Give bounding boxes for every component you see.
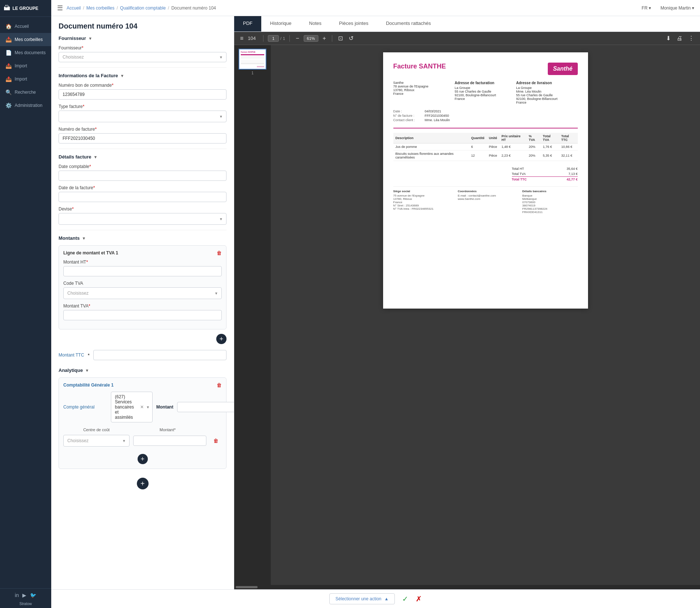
- montants-section-header[interactable]: Montants ▼: [59, 235, 227, 241]
- linkedin-icon[interactable]: in: [15, 592, 19, 598]
- add-analytique-wrapper: +: [59, 473, 227, 489]
- pdf-scrollbar-thumb[interactable]: [236, 586, 258, 588]
- add-analytique-button[interactable]: +: [137, 478, 149, 489]
- user-menu[interactable]: Monique Martin ▾: [660, 5, 694, 11]
- invoice-meta-left: Date : 04/03/2021 N° de facture : FFF202…: [393, 109, 450, 123]
- centre-cout-dropdown[interactable]: Choisissez: [63, 435, 130, 447]
- siege-addr3: France: [393, 201, 449, 204]
- sidebar-item-import2[interactable]: 📤 Import: [0, 72, 51, 86]
- add-centre-cout-button[interactable]: +: [138, 454, 148, 464]
- code-tva-select[interactable]: Choisissez: [63, 287, 222, 299]
- invoice-meta-num: N° de facture : FFF2021030450: [393, 114, 450, 118]
- type-facture-select[interactable]: [59, 111, 227, 122]
- siege-addr2: 13780, Riboux: [393, 197, 449, 201]
- sidebar-item-administration[interactable]: ⚙️ Administration: [0, 99, 51, 112]
- bank-compte: 38074019: [522, 204, 577, 207]
- sidebar-item-documents[interactable]: 📄 Mes documents: [0, 46, 51, 59]
- analytique-section-header[interactable]: Analytique ▼: [59, 368, 227, 373]
- invoice-totals-box: Total HT 35,64 € Total TVA 7,13 € Total …: [512, 166, 578, 182]
- col-prix-ht: Prix unitaire HT: [499, 133, 527, 143]
- analytique-block-1: Comptabilité Générale 1 🗑 Compte général…: [59, 377, 227, 469]
- sidebar-item-recherche[interactable]: 🔍 Recherche: [0, 86, 51, 99]
- bon-commande-input[interactable]: [59, 89, 227, 100]
- compte-general-label: Compte général: [63, 404, 107, 410]
- cancel-button[interactable]: ✗: [416, 594, 422, 603]
- invoice-title: Facture SANTHE: [393, 63, 446, 70]
- pdf-fit-button[interactable]: ⊡: [337, 34, 344, 42]
- bon-commande-label: Numéro bon de commande*: [59, 83, 227, 88]
- sidebar-logo[interactable]: 🏔 LE GROUPE: [0, 0, 51, 17]
- centre-cout-amount-input[interactable]: [133, 436, 206, 446]
- num-facture-input[interactable]: [59, 133, 227, 143]
- centre-cout-delete-icon[interactable]: 🗑: [210, 438, 222, 444]
- analytique-delete-icon[interactable]: 🗑: [217, 382, 222, 388]
- type-facture-wrapper: [59, 111, 227, 122]
- add-montant-button[interactable]: +: [216, 334, 227, 344]
- pdf-thumbnail-1[interactable]: Facture SANTHE: [239, 49, 266, 75]
- sidebar-item-corbeilles[interactable]: 📥 Mes corbeilles: [0, 33, 51, 46]
- sidebar-label-accueil: Accueil: [15, 24, 29, 29]
- montant-ht-input[interactable]: [63, 266, 222, 276]
- hamburger-icon[interactable]: ☰: [57, 4, 63, 12]
- invoice-from: Santhe 78 avenue de l'Espagne 13780, Rib…: [393, 81, 455, 104]
- pdf-print-button[interactable]: 🖨: [675, 34, 684, 42]
- montant-col-header: Montant*: [131, 428, 204, 432]
- breadcrumb-accueil[interactable]: Accueil: [67, 5, 81, 11]
- sidebar-item-accueil[interactable]: 🏠 Accueil: [0, 20, 51, 33]
- pdf-download-button[interactable]: ⬇: [665, 34, 672, 42]
- pdf-rotate-button[interactable]: ↺: [347, 34, 355, 42]
- date-comptable-input[interactable]: [59, 171, 227, 181]
- tab-documents-rattaches[interactable]: Documents rattachés: [377, 16, 440, 31]
- invoice-meta: Date : 04/03/2021 N° de facture : FFF202…: [393, 109, 578, 123]
- siege-title: Siège social: [393, 190, 449, 193]
- language-selector[interactable]: FR ▾: [642, 5, 651, 11]
- invoice-footer-siege: Siège social 75 avenue de l'Espagne 1378…: [393, 190, 449, 214]
- montant-col-label: Montant: [156, 404, 173, 410]
- youtube-icon[interactable]: ▶: [22, 592, 26, 598]
- invoice-date-val: 04/03/2021: [425, 109, 441, 113]
- tab-pieces-jointes[interactable]: Pièces jointes: [330, 16, 377, 31]
- search-icon: 🔍: [5, 89, 12, 95]
- compte-general-clear-icon[interactable]: ✕: [140, 404, 144, 410]
- fournisseur-section-header[interactable]: Fournisseur ▼: [59, 36, 227, 41]
- pdf-page-input[interactable]: [268, 35, 279, 42]
- row2-desc: Biscuits suisses florentins aux amandes …: [393, 150, 469, 161]
- details-section-header[interactable]: Détails facture ▼: [59, 154, 227, 160]
- montant-ht-label: Montant HT*: [63, 260, 222, 265]
- facture-section-header[interactable]: Informations de la Facture ▼: [59, 73, 227, 78]
- invoice-bill-to-addr2: 92100, Boulogne-Billancourt: [455, 93, 516, 97]
- breadcrumb-qualification[interactable]: Qualification comptable: [120, 5, 166, 11]
- pdf-zoom-out-button[interactable]: −: [294, 34, 300, 42]
- invoice-bill-to-name: La Groupe: [455, 86, 516, 90]
- twitter-icon[interactable]: 🐦: [30, 592, 36, 598]
- tab-notes[interactable]: Notes: [300, 16, 330, 31]
- siege-addr1: 75 avenue de l'Espagne: [393, 194, 449, 197]
- montant-analytique-input[interactable]: [177, 402, 234, 412]
- invoice-logo: Santhé: [548, 63, 577, 75]
- montant-delete-icon[interactable]: 🗑: [217, 250, 222, 256]
- pdf-scrollbar-x[interactable]: [234, 585, 700, 589]
- date-facture-input[interactable]: [59, 192, 227, 202]
- select-action-button[interactable]: Sélectionner une action ▲: [329, 593, 395, 604]
- fournisseur-select[interactable]: Choisissez: [59, 52, 227, 62]
- invoice-bill-to-country: France: [455, 97, 516, 101]
- breadcrumb-corbeilles[interactable]: Mes corbeilles: [86, 5, 115, 11]
- pdf-thumb-page1[interactable]: Facture SANTHE: [239, 49, 266, 70]
- pdf-viewer-wrap: ≡ 104 / 1 − 61% + ⊡ ↺ ⬇: [234, 32, 700, 589]
- total-tva-value: 7,13 €: [568, 172, 577, 176]
- table-row: Biscuits suisses florentins aux amandes …: [393, 150, 578, 161]
- invoice-footer: Siège social 75 avenue de l'Espagne 1378…: [393, 186, 578, 214]
- tab-historique[interactable]: Historique: [261, 16, 300, 31]
- pdf-menu-icon[interactable]: ≡: [239, 34, 245, 42]
- compte-general-select[interactable]: (627) Services bancaires et assimilés: [111, 392, 153, 422]
- montant-block-1: Ligne de montant et TVA 1 🗑 Montant HT* …: [59, 245, 227, 329]
- pdf-more-button[interactable]: ⋮: [687, 34, 696, 42]
- sidebar-item-import1[interactable]: 📤 Import: [0, 59, 51, 72]
- montant-ttc-input[interactable]: [93, 350, 227, 360]
- tab-pdf[interactable]: PDF: [234, 16, 261, 31]
- pdf-zoom-in-button[interactable]: +: [321, 34, 327, 42]
- devise-select[interactable]: [59, 213, 227, 225]
- confirm-button[interactable]: ✓: [402, 594, 408, 603]
- divider-1: [59, 67, 227, 68]
- montant-tva-input[interactable]: [63, 310, 222, 320]
